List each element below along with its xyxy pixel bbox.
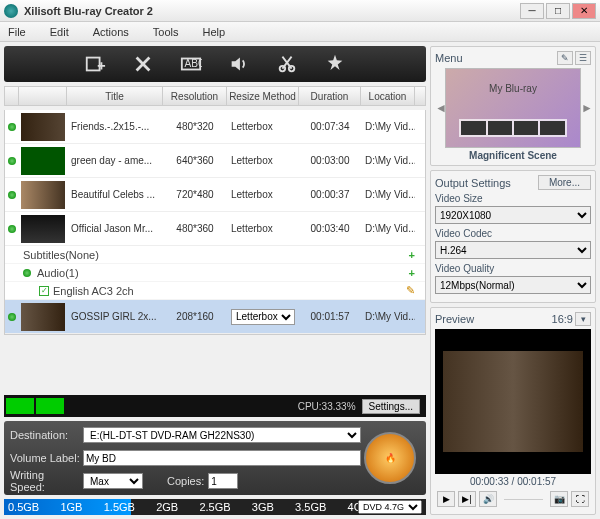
fullscreen-button[interactable]: ⛶ [571, 491, 589, 507]
table-row[interactable]: green day - ame... 640*360 Letterbox 00:… [5, 144, 425, 178]
app-logo-icon [4, 4, 18, 18]
seek-slider[interactable] [504, 499, 543, 500]
col-title[interactable]: Title [67, 87, 163, 105]
checkbox-icon[interactable]: ✓ [39, 286, 49, 296]
menu-preview[interactable]: My Blu-ray [445, 68, 581, 148]
menu-file[interactable]: File [8, 26, 26, 38]
output-panel: Output Settings More... Video Size 1920X… [430, 170, 596, 303]
col-method[interactable]: Resize Method [227, 87, 299, 105]
window-title: Xilisoft Blu-ray Creator 2 [24, 5, 520, 17]
copies-input[interactable] [208, 473, 238, 489]
add-subtitle-icon[interactable]: + [409, 249, 415, 261]
menu-panel-title: Menu [435, 52, 463, 64]
svg-rect-0 [87, 58, 100, 71]
aspect-label: 16:9 [552, 313, 573, 325]
subtitle-icon[interactable]: ABC [178, 51, 204, 77]
preview-video[interactable] [435, 329, 591, 474]
template-name: Magnificent Scene [435, 150, 591, 161]
menu-help[interactable]: Help [202, 26, 225, 38]
thumbnail [21, 215, 65, 243]
subtitles-row[interactable]: Subtitles(None) + [5, 246, 425, 264]
menubar: File Edit Actions Tools Help [0, 22, 600, 42]
drag-handle-icon[interactable] [23, 269, 31, 277]
drag-handle-icon[interactable] [8, 225, 16, 233]
volume-button[interactable]: 🔊 [479, 491, 497, 507]
aspect-dropdown-icon[interactable]: ▾ [575, 312, 591, 326]
svg-text:ABC: ABC [185, 58, 202, 69]
col-resolution[interactable]: Resolution [163, 87, 227, 105]
play-button[interactable]: ▶ [437, 491, 455, 507]
add-file-icon[interactable] [82, 51, 108, 77]
preview-panel-title: Preview [435, 313, 474, 325]
titlebar: Xilisoft Blu-ray Creator 2 ─ □ ✕ [0, 0, 600, 22]
video-size-label: Video Size [435, 193, 591, 204]
list-header: Title Resolution Resize Method Duration … [4, 86, 426, 106]
audio-track-row[interactable]: ✓ English AC3 2ch ✎ [5, 282, 425, 300]
video-quality-label: Video Quality [435, 263, 591, 274]
effects-icon[interactable] [322, 51, 348, 77]
cpu-panel: CPU:33.33% Settings... [4, 395, 426, 417]
menu-edit[interactable]: Edit [50, 26, 69, 38]
waveform-icon [36, 398, 64, 414]
menu-panel: Menu ✎ ☰ ◄ My Blu-ray ► Magnificent Scen… [430, 46, 596, 166]
file-list: Friends.-.2x15.-... 480*320 Letterbox 00… [4, 110, 426, 335]
trim-icon[interactable] [274, 51, 300, 77]
maximize-button[interactable]: □ [546, 3, 570, 19]
edit-menu-icon[interactable]: ✎ [557, 51, 573, 65]
destination-select[interactable]: E:(HL-DT-ST DVD-RAM GH22NS30) [83, 427, 361, 443]
preview-panel: Preview 16:9 ▾ 00:00:33 / 00:01:57 ▶ ▶| … [430, 307, 596, 515]
remove-icon[interactable] [130, 51, 156, 77]
toolbar: ABC [4, 46, 426, 82]
col-duration[interactable]: Duration [299, 87, 361, 105]
video-codec-select[interactable]: H.264 [435, 241, 591, 259]
video-codec-label: Video Codec [435, 228, 591, 239]
video-size-select[interactable]: 1920X1080 [435, 206, 591, 224]
table-row-selected[interactable]: GOSSIP GIRL 2x... 208*160 Letterbox 00:0… [5, 300, 425, 334]
burn-panel: Destination: E:(HL-DT-ST DVD-RAM GH22NS3… [4, 421, 426, 495]
more-button[interactable]: More... [538, 175, 591, 190]
audio-icon[interactable] [226, 51, 252, 77]
snapshot-button[interactable]: 📷 [550, 491, 568, 507]
disc-type-select[interactable]: DVD 4.7G [358, 500, 422, 514]
thumbnail [21, 113, 65, 141]
settings-button[interactable]: Settings... [362, 399, 420, 414]
thumbnail [21, 181, 65, 209]
table-row[interactable]: Official Jason Mr... 480*360 Letterbox 0… [5, 212, 425, 246]
size-bar: 0.5GB 1GB 1.5GB 2GB 2.5GB 3GB 3.5GB 4GB … [4, 499, 426, 515]
drag-handle-icon[interactable] [8, 157, 16, 165]
video-quality-select[interactable]: 12Mbps(Normal) [435, 276, 591, 294]
prev-template-icon[interactable]: ◄ [435, 101, 445, 115]
list-menu-icon[interactable]: ☰ [575, 51, 591, 65]
burn-button[interactable]: 🔥 [364, 432, 416, 484]
edit-icon[interactable]: ✎ [406, 284, 415, 297]
add-audio-icon[interactable]: + [409, 267, 415, 279]
close-button[interactable]: ✕ [572, 3, 596, 19]
drag-handle-icon[interactable] [8, 191, 16, 199]
drag-handle-icon[interactable] [8, 123, 16, 131]
speed-select[interactable]: Max [83, 473, 143, 489]
minimize-button[interactable]: ─ [520, 3, 544, 19]
preview-time: 00:00:33 / 00:01:57 [435, 474, 591, 489]
thumbnail [21, 303, 65, 331]
table-row[interactable]: Beautiful Celebs ... 720*480 Letterbox 0… [5, 178, 425, 212]
drag-handle-icon[interactable] [8, 313, 16, 321]
volume-input[interactable] [83, 450, 361, 466]
resize-method-select[interactable]: Letterbox [231, 309, 295, 325]
menu-tools[interactable]: Tools [153, 26, 179, 38]
next-button[interactable]: ▶| [458, 491, 476, 507]
col-location[interactable]: Location [361, 87, 415, 105]
speed-label: Writing Speed: [10, 469, 80, 493]
cpu-label: CPU:33.33% [298, 401, 356, 412]
destination-label: Destination: [10, 429, 80, 441]
next-template-icon[interactable]: ► [581, 101, 591, 115]
copies-label: Copies: [167, 475, 204, 487]
waveform-icon [6, 398, 34, 414]
thumbnail [21, 147, 65, 175]
volume-label: Volume Label: [10, 452, 80, 464]
table-row[interactable]: Friends.-.2x15.-... 480*320 Letterbox 00… [5, 110, 425, 144]
audio-row[interactable]: Audio(1) + [5, 264, 425, 282]
menu-actions[interactable]: Actions [93, 26, 129, 38]
output-panel-title: Output Settings [435, 177, 511, 189]
